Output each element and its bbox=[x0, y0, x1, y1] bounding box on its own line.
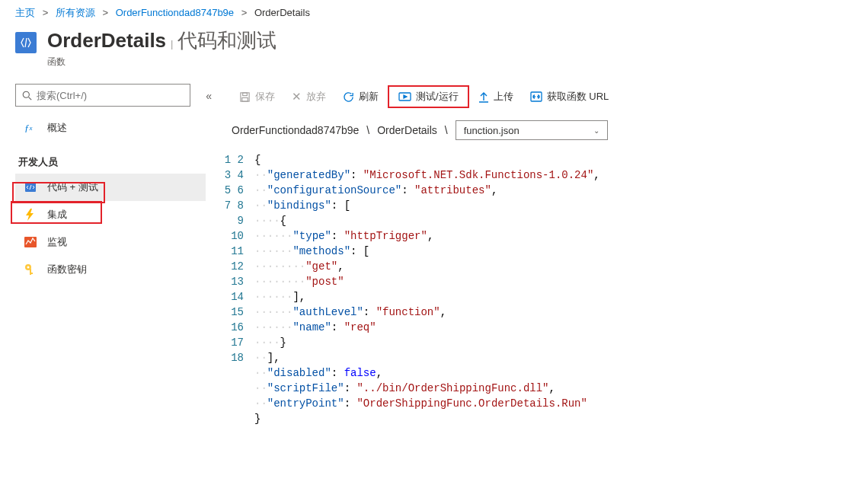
collapse-icon[interactable]: « bbox=[206, 90, 212, 102]
chevron-down-icon: ⌄ bbox=[593, 126, 599, 135]
breadcrumb-home[interactable]: 主页 bbox=[15, 7, 35, 18]
code-content[interactable]: { ··"generatedBy": "Microsoft.NET.Sdk.Fu… bbox=[254, 152, 600, 426]
page-header: OrderDetails|代码和测试 函数 bbox=[0, 23, 844, 79]
sidebar: « ƒx 概述 开发人员 代码 + 测试 集成 bbox=[0, 79, 221, 504]
search-input[interactable] bbox=[15, 84, 190, 107]
svg-point-0 bbox=[23, 91, 29, 97]
test-run-button[interactable]: 测试/运行 bbox=[395, 85, 462, 109]
page-title: OrderDetails bbox=[47, 29, 166, 52]
sidebar-section-dev: 开发人员 bbox=[18, 155, 215, 169]
breadcrumb-all-resources[interactable]: 所有资源 bbox=[56, 7, 95, 18]
refresh-icon bbox=[343, 91, 354, 103]
search-icon bbox=[22, 91, 32, 100]
toolbar-label: 上传 bbox=[494, 90, 513, 104]
line-gutter: 1 2 3 4 5 6 7 8 9 10 11 12 13 14 15 16 1… bbox=[221, 152, 254, 426]
sidebar-item-monitor[interactable]: 监视 bbox=[15, 228, 206, 256]
highlight-annotation: 测试/运行 bbox=[388, 85, 469, 108]
page-subtitle: 代码和测试 bbox=[177, 29, 277, 52]
toolbar-label: 测试/运行 bbox=[416, 90, 459, 104]
path-separator: \ bbox=[366, 124, 369, 136]
chevron-right-icon: > bbox=[102, 7, 108, 18]
file-select-value: function.json bbox=[464, 125, 520, 136]
toolbar-label: 保存 bbox=[255, 90, 275, 104]
highlight-annotation bbox=[11, 201, 102, 224]
breadcrumb-function-app[interactable]: OrderFunctiondad8747b9e bbox=[116, 7, 234, 18]
toolbar-label: 放弃 bbox=[306, 90, 326, 104]
svg-line-1 bbox=[29, 97, 32, 100]
link-icon bbox=[530, 91, 542, 102]
svg-rect-7 bbox=[30, 273, 33, 274]
monitor-icon bbox=[24, 237, 38, 247]
breadcrumb-current: OrderDetails bbox=[254, 7, 310, 18]
sidebar-item-label: 函数密钥 bbox=[47, 263, 87, 276]
toolbar: 保存 ✕ 放弃 刷新 测试/运行 bbox=[221, 79, 844, 114]
test-run-icon bbox=[398, 92, 411, 101]
chevron-right-icon: > bbox=[241, 7, 248, 18]
chevron-right-icon: > bbox=[43, 7, 49, 18]
function-small-icon: ƒx bbox=[24, 122, 38, 134]
discard-button[interactable]: ✕ 放弃 bbox=[284, 85, 334, 109]
svg-rect-9 bbox=[243, 92, 248, 95]
key-icon bbox=[24, 263, 38, 276]
upload-button[interactable]: 上传 bbox=[471, 85, 521, 109]
breadcrumb: 主页 > 所有资源 > OrderFunctiondad8747b9e > Or… bbox=[0, 0, 844, 23]
path-segment: OrderFunctiondad8747b9e bbox=[232, 124, 359, 136]
main-panel: 保存 ✕ 放弃 刷新 测试/运行 bbox=[221, 79, 844, 504]
toolbar-label: 刷新 bbox=[359, 90, 379, 104]
close-icon: ✕ bbox=[292, 90, 302, 104]
path-bar: OrderFunctiondad8747b9e \ OrderDetails \… bbox=[221, 114, 844, 149]
sidebar-item-label: 概述 bbox=[47, 121, 67, 135]
sidebar-item-overview[interactable]: ƒx 概述 bbox=[15, 114, 206, 142]
code-editor[interactable]: 1 2 3 4 5 6 7 8 9 10 11 12 13 14 15 16 1… bbox=[221, 149, 844, 426]
svg-rect-12 bbox=[531, 92, 542, 101]
highlight-annotation bbox=[12, 182, 105, 203]
svg-point-5 bbox=[27, 266, 30, 269]
upload-icon bbox=[478, 91, 489, 103]
sidebar-item-keys[interactable]: 函数密钥 bbox=[15, 256, 206, 283]
search-field[interactable] bbox=[37, 90, 184, 101]
get-url-button[interactable]: 获取函数 URL bbox=[523, 85, 617, 109]
save-icon bbox=[239, 91, 251, 103]
refresh-button[interactable]: 刷新 bbox=[335, 85, 386, 109]
save-button[interactable]: 保存 bbox=[232, 85, 283, 109]
file-select[interactable]: function.json ⌄ bbox=[456, 120, 608, 140]
path-segment: OrderDetails bbox=[377, 124, 437, 136]
sidebar-item-label: 监视 bbox=[47, 235, 67, 249]
toolbar-label: 获取函数 URL bbox=[547, 90, 609, 104]
svg-rect-10 bbox=[242, 97, 248, 101]
path-separator: \ bbox=[445, 124, 448, 136]
resource-type: 函数 bbox=[47, 56, 277, 69]
function-icon bbox=[15, 32, 37, 53]
